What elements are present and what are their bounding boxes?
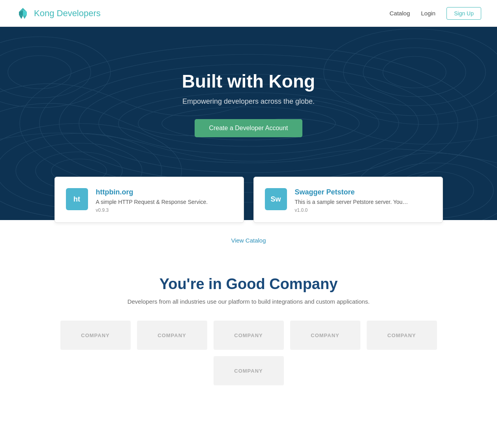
header: Kong Developers Catalog Login Sign Up xyxy=(0,0,497,27)
logo-text: Kong Developers xyxy=(34,8,101,19)
hero-title: Built with Kong xyxy=(182,71,315,92)
httpbin-info: httpbin.org A simple HTTP Request & Resp… xyxy=(96,188,233,213)
company-section-title: You're in Good Company xyxy=(24,276,473,293)
svg-point-19 xyxy=(343,39,486,106)
swagger-version: v1.0.0 xyxy=(295,207,431,213)
svg-marker-2 xyxy=(23,10,27,16)
logo-area: Kong Developers xyxy=(16,6,101,21)
api-card-httpbin[interactable]: ht httpbin.org A simple HTTP Request & R… xyxy=(54,177,244,223)
catalog-nav-link[interactable]: Catalog xyxy=(390,10,410,17)
nav: Catalog Login Sign Up xyxy=(390,7,481,20)
logo-accent: Developers xyxy=(57,8,101,18)
catalog-cards-section: ht httpbin.org A simple HTTP Request & R… xyxy=(0,177,497,223)
hero-subtitle: Empowering developers across the globe. xyxy=(182,97,315,106)
logo-brand: Kong xyxy=(34,8,54,18)
swagger-name: Swagger Petstore xyxy=(295,188,431,196)
swagger-icon: Sw xyxy=(265,188,287,210)
svg-point-20 xyxy=(363,48,466,97)
company-logo-0: COMPANY xyxy=(60,321,131,350)
create-account-button[interactable]: Create a Developer Account xyxy=(195,119,302,137)
svg-point-21 xyxy=(383,56,446,88)
company-logo-2: COMPANY xyxy=(214,321,284,350)
httpbin-version: v0.9.3 xyxy=(96,207,233,213)
company-logo-3: COMPANY xyxy=(290,321,360,350)
company-logo-1: COMPANY xyxy=(137,321,207,350)
company-logos-grid: COMPANYCOMPANYCOMPANYCOMPANYCOMPANYCOMPA… xyxy=(24,321,473,385)
swagger-info: Swagger Petstore This is a sample server… xyxy=(295,188,431,213)
company-section-subtitle: Developers from all industries use our p… xyxy=(24,298,473,305)
signup-button[interactable]: Sign Up xyxy=(446,7,481,20)
httpbin-icon: ht xyxy=(66,188,88,210)
httpbin-name: httpbin.org xyxy=(96,188,233,196)
svg-point-23 xyxy=(0,47,91,98)
hero-content: Built with Kong Empowering developers ac… xyxy=(174,47,323,153)
svg-marker-1 xyxy=(19,10,23,16)
svg-point-18 xyxy=(324,29,497,116)
httpbin-description: A simple HTTP Request & Response Service… xyxy=(96,199,233,205)
view-catalog-link[interactable]: View Catalog xyxy=(231,237,266,244)
company-section: You're in Good Company Developers from a… xyxy=(0,252,497,405)
company-logo-5: COMPANY xyxy=(214,356,284,385)
swagger-description: This is a sample server Petstore server.… xyxy=(295,199,431,205)
kong-logo-icon xyxy=(16,6,30,21)
login-nav-link[interactable]: Login xyxy=(421,10,435,17)
view-catalog-section: View Catalog xyxy=(0,223,497,252)
company-logo-4: COMPANY xyxy=(367,321,437,350)
api-card-swagger[interactable]: Sw Swagger Petstore This is a sample ser… xyxy=(253,177,443,223)
